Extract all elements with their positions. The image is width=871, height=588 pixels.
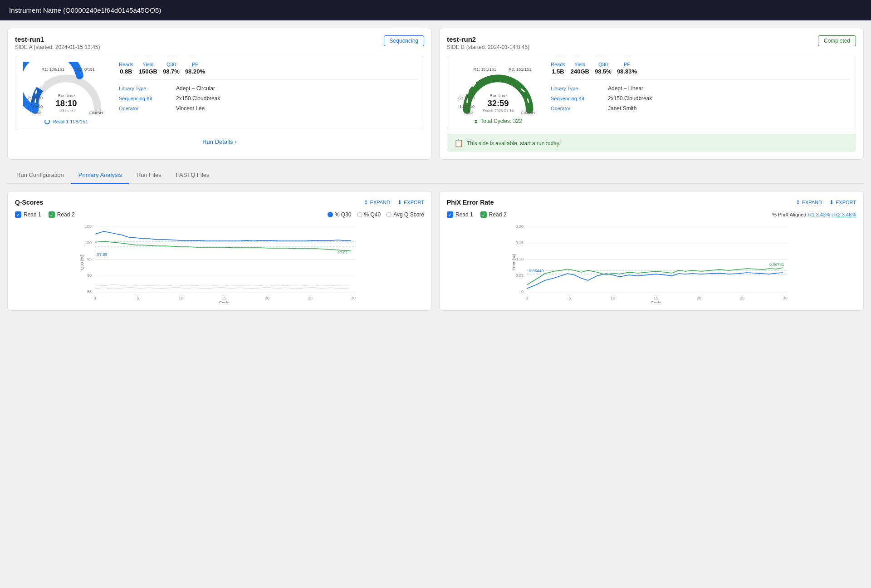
- q30-radio-filled: [328, 212, 333, 217]
- run2-yield-stat: Yield 240GB: [571, 62, 589, 75]
- svg-text:Run time: Run time: [58, 93, 75, 98]
- phix-expand-btn[interactable]: ⇕ EXPAND: [796, 199, 822, 206]
- run1-library-row: Library Type Adept – Circular: [119, 85, 418, 92]
- download-icon2: ⬇: [829, 199, 834, 206]
- run2-library-row: Library Type Adept – Linear: [551, 85, 850, 92]
- phix-chart-area: 0.20 0.15 0.10 0.05 0 Error (%) 0 5: [447, 221, 856, 303]
- run1-amp-label: AMP: [32, 111, 41, 115]
- qscores-radio-avg[interactable]: Avg Q Score: [386, 211, 424, 218]
- phix-r1-val: R1 3.43% | R2 3.46%: [808, 212, 856, 217]
- run1-details-link[interactable]: Run Details ›: [15, 134, 424, 150]
- run2-gauge-svg: R1: 151/151 R2: 151/151 I2: 10/10 I1: 10…: [455, 62, 541, 116]
- svg-text:0.06741: 0.06741: [769, 262, 784, 267]
- svg-text:95: 95: [87, 257, 92, 261]
- run1-subtitle: SIDE A (started: 2024-01-15 13:45): [15, 44, 424, 50]
- svg-text:Cycle: Cycle: [219, 300, 230, 303]
- svg-text:FINISH: FINISH: [521, 111, 535, 115]
- qscores-read2-legend: ✓ Read 2: [49, 211, 75, 218]
- phix-svg: 0.20 0.15 0.10 0.05 0 Error (%) 0 5: [447, 221, 856, 303]
- svg-text:105: 105: [85, 224, 92, 229]
- run1-stats-row: Reads 0.8B Yield 150GB Q30 98.7% PF: [119, 62, 418, 80]
- run1-status-badge: Sequencing: [384, 35, 424, 46]
- svg-text:10: 10: [611, 296, 615, 300]
- svg-text:Q30 (%): Q30 (%): [80, 255, 84, 270]
- run2-total-cycles: ⧗ Total Cycles: 322: [474, 118, 522, 124]
- svg-text:30: 30: [351, 296, 356, 300]
- svg-text:85: 85: [87, 289, 92, 294]
- svg-text:32:59: 32:59: [487, 98, 509, 108]
- svg-text:90: 90: [87, 273, 92, 278]
- tab-fastq-files[interactable]: FASTQ Files: [169, 167, 217, 184]
- phix-header: PhiX Error Rate ⇕ EXPAND ⬇ EXPORT: [447, 199, 856, 206]
- run1-read-status: Read 1 108/151: [44, 119, 88, 124]
- charts-row: Q-Scores ⇕ EXPAND ⬇ EXPORT ✓ Read 1: [7, 191, 864, 318]
- phix-read1-legend: ✓ Read 1: [447, 211, 473, 218]
- run1-inner: R1: 108/151 R2: 0/151 I2: 10/10 I1: 10/1…: [15, 56, 424, 130]
- svg-text:Run time: Run time: [490, 93, 507, 98]
- q40-radio-circle: [357, 212, 362, 217]
- qscores-radio-q40[interactable]: % Q40: [357, 211, 381, 218]
- run1-r2-label: R2: 0/151: [77, 67, 95, 72]
- svg-text:10: 10: [179, 296, 183, 300]
- run2-status-badge: Completed: [818, 35, 856, 46]
- svg-text:15: 15: [654, 296, 658, 300]
- cards-row: test-run1 SIDE A (started: 2024-01-15 13…: [7, 28, 864, 160]
- phix-title: PhiX Error Rate: [447, 199, 494, 206]
- phix-aligned-info: % PhiX Aligned R1 3.43% | R2 3.46%: [772, 212, 856, 217]
- phix-legend: ✓ Read 1 ✓ Read 2 % PhiX Aligned R1 3.43…: [447, 211, 856, 218]
- run2-reads-stat: Reads 1.5B: [551, 62, 565, 75]
- tab-primary-analysis[interactable]: Primary Analysis: [71, 167, 129, 184]
- qscores-radio-group: % Q30 % Q40 Avg Q Score: [328, 211, 424, 218]
- svg-text:0: 0: [525, 296, 528, 300]
- tab-run-files[interactable]: Run Files: [129, 167, 169, 184]
- qscores-actions: ⇕ EXPAND ⬇ EXPORT: [364, 199, 424, 206]
- phix-read2-legend: ✓ Read 2: [480, 211, 507, 218]
- run1-reads-stat: Reads 0.8B: [119, 62, 133, 75]
- svg-text:0: 0: [521, 289, 524, 294]
- run1-seqkit-row: Sequencing Kit 2x150 Cloudbreak: [119, 95, 418, 102]
- run1-finish-label: FINISH: [89, 111, 103, 115]
- phix-read1-check: ✓: [447, 211, 453, 218]
- qscores-title: Q-Scores: [15, 199, 43, 206]
- qscores-expand-btn[interactable]: ⇕ EXPAND: [364, 199, 390, 206]
- svg-text:I2: 10/10: I2: 10/10: [458, 96, 475, 100]
- svg-text:18:10: 18:10: [55, 98, 77, 108]
- phix-export-btn[interactable]: ⬇ EXPORT: [829, 199, 856, 206]
- run1-operator-row: Operator Vincent Lee: [119, 105, 418, 112]
- svg-text:5: 5: [568, 296, 571, 300]
- run1-pf-stat: PF 98.20%: [185, 62, 205, 75]
- run2-info-rows: Library Type Adept – Linear Sequencing K…: [551, 85, 850, 112]
- run2-subtitle: SIDE B (started: 2024-01-14 8:45): [447, 44, 856, 50]
- run1-card: test-run1 SIDE A (started: 2024-01-15 13…: [7, 28, 432, 160]
- run2-inner: R1: 151/151 R2: 151/151 I2: 10/10 I1: 10…: [447, 56, 856, 130]
- run1-stats-panel: Reads 0.8B Yield 150GB Q30 98.7% PF: [119, 62, 418, 124]
- svg-text:R1: 151/151: R1: 151/151: [474, 67, 496, 72]
- run2-operator-row: Operator Janet Smith: [551, 105, 850, 112]
- phix-read2-check: ✓: [480, 211, 487, 218]
- svg-text:97.89: 97.89: [97, 252, 108, 257]
- avg-radio-circle: [386, 212, 391, 217]
- svg-text:15: 15: [222, 296, 226, 300]
- svg-text:Error (%): Error (%): [512, 254, 516, 271]
- svg-text:AMP: AMP: [464, 111, 473, 115]
- run1-yield-stat: Yield 150GB: [139, 62, 157, 75]
- run2-seqkit-row: Sequencing Kit 2x150 Cloudbreak: [551, 95, 850, 102]
- svg-text:97.01: 97.01: [338, 250, 348, 255]
- svg-text:0.05440: 0.05440: [529, 269, 544, 273]
- svg-text:100: 100: [85, 240, 92, 245]
- run1-gauge: R1: 108/151 R2: 0/151 I2: 10/10 I1: 10/1…: [21, 62, 112, 124]
- run1-i2-label: I2: 10/10: [26, 96, 43, 100]
- qscores-radio-q30[interactable]: % Q30: [328, 211, 352, 218]
- svg-text:25: 25: [740, 296, 744, 300]
- tabs-bar: Run Configuration Primary Analysis Run F…: [7, 167, 864, 184]
- qscores-export-btn[interactable]: ⬇ EXPORT: [397, 199, 424, 206]
- expand-icon2: ⇕: [796, 199, 800, 206]
- tab-run-configuration[interactable]: Run Configuration: [9, 167, 71, 184]
- run1-info-rows: Library Type Adept – Circular Sequencing…: [119, 85, 418, 112]
- qscores-legend: ✓ Read 1 ✓ Read 2 % Q30 % Q40: [15, 211, 424, 218]
- instrument-title: Instrument Name (O0000240e1f64d0145a45OO…: [9, 6, 161, 14]
- run1-spinner: [44, 119, 50, 124]
- svg-text:0: 0: [93, 296, 96, 300]
- svg-text:R2: 151/151: R2: 151/151: [509, 67, 531, 72]
- run2-title: test-run2: [447, 35, 856, 43]
